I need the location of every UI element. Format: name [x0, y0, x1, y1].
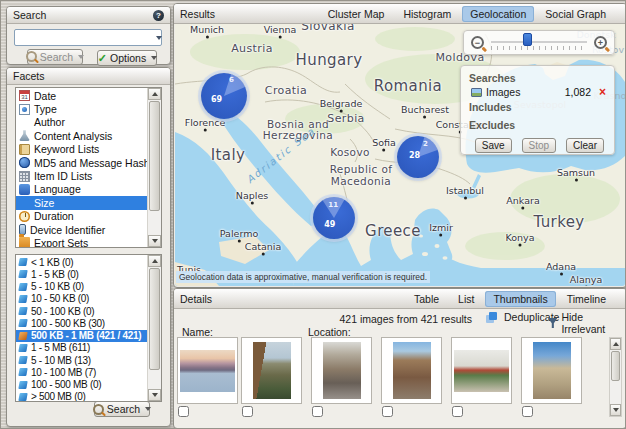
- facet-item-size[interactable]: Size: [16, 196, 148, 209]
- scroll-thumb[interactable]: [149, 268, 160, 370]
- tab-cluster-map[interactable]: Cluster Map: [320, 6, 393, 22]
- cluster-sub-count: 2: [423, 140, 428, 148]
- thumbnail-village-alley[interactable]: [381, 337, 442, 404]
- help-icon[interactable]: ?: [153, 10, 164, 21]
- cluster-sub-count: 11: [328, 201, 338, 209]
- facet-list-scrollbar[interactable]: [147, 88, 161, 247]
- scroll-up-button[interactable]: [148, 88, 161, 100]
- document-icon: [19, 104, 30, 115]
- size-bucket-50-100-kb-0[interactable]: 50 - 100 KB (0): [16, 305, 148, 317]
- tab-social-graph[interactable]: Social Graph: [537, 6, 614, 22]
- chevron-down-icon[interactable]: [156, 36, 162, 40]
- scroll-thumb[interactable]: [149, 101, 160, 211]
- city-label-catania: Catania: [245, 241, 281, 252]
- options-button[interactable]: ✓ Options: [97, 50, 157, 66]
- facet-item-device-identifier[interactable]: Device Identifier: [16, 223, 148, 236]
- cluster-marker-49[interactable]: 4911: [313, 197, 355, 239]
- tab-list[interactable]: List: [450, 291, 482, 307]
- cluster-marker-69[interactable]: 696: [201, 73, 247, 119]
- tab-geolocation[interactable]: Geolocation: [462, 6, 534, 22]
- tab-histogram[interactable]: Histogram: [395, 6, 459, 22]
- tab-thumbnails[interactable]: Thumbnails: [485, 291, 555, 307]
- stop-button[interactable]: Stop: [522, 138, 557, 153]
- bucket-label: 5 - 10 KB (0): [31, 281, 84, 292]
- thumbnail-checkbox-2[interactable]: [242, 406, 253, 417]
- scroll-thumb[interactable]: [611, 351, 620, 381]
- thumbnail-cathedral-tower[interactable]: [521, 337, 582, 404]
- facet-label: Keyword Lists: [34, 143, 99, 155]
- facet-item-keyword-lists[interactable]: Keyword Lists: [16, 143, 148, 156]
- facet-item-item-id-lists[interactable]: Item ID Lists: [16, 169, 148, 182]
- scroll-up-button[interactable]: [148, 255, 161, 267]
- zoom-out-icon[interactable]: −: [471, 36, 484, 49]
- search-row-images[interactable]: Images 1,082 ×: [471, 86, 606, 98]
- device-icon: [19, 224, 26, 235]
- chevron-down-icon: [145, 407, 151, 411]
- size-bucket-1-5-mb-611[interactable]: 1 - 5 MB (611): [16, 342, 148, 354]
- bucket-label: 100 - 500 KB (30): [31, 318, 105, 329]
- thumbnail-house-with-flowers[interactable]: [451, 337, 512, 404]
- thumbnail-checkbox-5[interactable]: [452, 406, 463, 417]
- size-bucket-1-5-kb-0[interactable]: 1 - 5 KB (0): [16, 268, 148, 280]
- thumbnail-seaside-sunset[interactable]: [177, 337, 238, 404]
- scroll-icon: [19, 144, 30, 155]
- thumbnail-checkbox-6[interactable]: [522, 406, 533, 417]
- facet-item-md5-and-message-hash[interactable]: MD5 and Message Hash: [16, 156, 148, 169]
- country-label-austria: Austria: [231, 42, 273, 55]
- scroll-up-button[interactable]: [610, 338, 621, 350]
- size-bucket-10-100-mb-7[interactable]: 10 - 100 MB (7): [16, 366, 148, 378]
- language-icon: [19, 184, 30, 195]
- facet-item-content-analysis[interactable]: Content Analysis: [16, 129, 148, 142]
- facet-item-type[interactable]: Type: [16, 102, 148, 115]
- size-bucket-100-500-kb-30[interactable]: 100 - 500 KB (30): [16, 317, 148, 329]
- thumbnail-checkbox-4[interactable]: [382, 406, 393, 417]
- thumbnail-old-town-coast[interactable]: [241, 337, 302, 404]
- facets-search-button[interactable]: Search: [94, 401, 150, 417]
- thumbnails-scrollbar[interactable]: [609, 337, 622, 417]
- thumbnail-checkbox-1[interactable]: [178, 406, 189, 417]
- cluster-marker-28[interactable]: 282: [397, 136, 439, 178]
- size-bucket-5-10-kb-0[interactable]: 5 - 10 KB (0): [16, 281, 148, 293]
- search-input[interactable]: [15, 31, 156, 44]
- size-bucket-1-kb-0[interactable]: < 1 KB (0): [16, 256, 148, 268]
- size-chart-icon: [18, 258, 27, 266]
- size-bucket-10-50-kb-0[interactable]: 10 - 50 KB (0): [16, 293, 148, 305]
- facet-list-box: DateTypeAuthorContent AnalysisKeyword Li…: [15, 87, 162, 248]
- searches-header: Searches: [469, 72, 606, 84]
- bucket-list-scrollbar[interactable]: [147, 255, 161, 401]
- tab-timeline[interactable]: Timeline: [559, 291, 614, 307]
- bucket-label: 50 - 100 KB (0): [31, 306, 94, 317]
- facet-item-date[interactable]: Date: [16, 89, 148, 102]
- search-panel-titlebar: Search ?: [7, 7, 170, 24]
- size-bucket-100-500-mb-0[interactable]: 100 - 500 MB (0): [16, 379, 148, 391]
- city-label-izmir: Izmir: [429, 222, 453, 233]
- thumbnail-stone-street[interactable]: [311, 337, 372, 404]
- search-button[interactable]: Search: [27, 49, 83, 65]
- save-button[interactable]: Save: [475, 138, 512, 153]
- thumbnail-checkbox-3[interactable]: [312, 406, 323, 417]
- zoom-slider-handle[interactable]: [523, 33, 532, 46]
- map[interactable]: SlovakiaAustriaHungaryCroatiaBosnia andH…: [175, 24, 625, 286]
- facet-item-duration[interactable]: Duration: [16, 210, 148, 223]
- country-label-italy: Italy: [211, 146, 246, 164]
- facet-item-author[interactable]: Author: [16, 116, 148, 129]
- hide-irrelevant-button[interactable]: Hide Irrelevant: [548, 311, 626, 335]
- scroll-down-button[interactable]: [148, 235, 161, 247]
- city-label-adana: Adana: [546, 261, 576, 272]
- facet-item-export-sets[interactable]: Export Sets: [16, 236, 148, 248]
- search-combobox[interactable]: [14, 29, 162, 46]
- scroll-down-button[interactable]: [610, 404, 621, 416]
- excludes-header: Excludes: [469, 119, 606, 131]
- size-bucket-5-10-mb-13[interactable]: 5 - 10 MB (13): [16, 354, 148, 366]
- bucket-label: 10 - 100 MB (7): [31, 367, 96, 378]
- tab-table[interactable]: Table: [406, 291, 447, 307]
- zoom-in-icon[interactable]: +: [594, 36, 607, 49]
- remove-search-icon[interactable]: ×: [599, 87, 606, 97]
- facet-item-language[interactable]: Language: [16, 183, 148, 196]
- zoom-slider[interactable]: [491, 31, 587, 54]
- scroll-down-button[interactable]: [148, 389, 161, 401]
- clear-button[interactable]: Clear: [566, 138, 604, 153]
- city-label-vienna: Vienna: [264, 24, 297, 35]
- image-icon: [471, 88, 482, 97]
- size-bucket-500-kb-1-mb-421-421[interactable]: 500 KB - 1 MB (421 / 421): [16, 330, 148, 342]
